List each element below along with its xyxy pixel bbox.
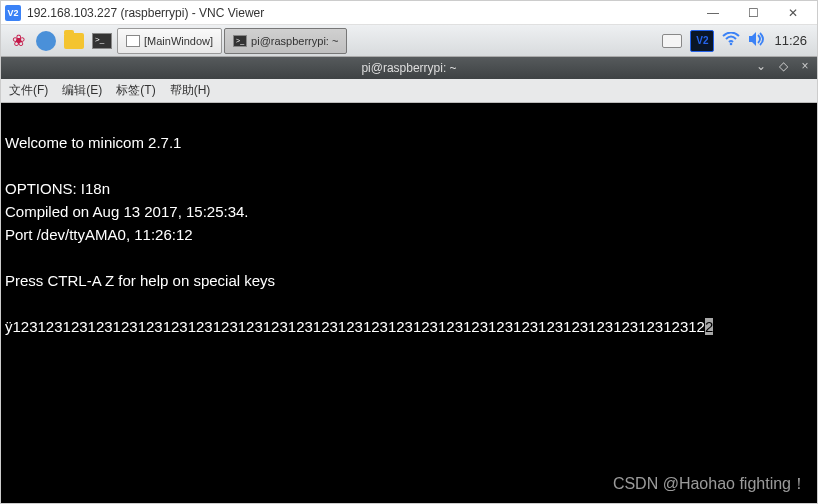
terminal-icon: >_ <box>233 35 247 47</box>
terminal-body[interactable]: Welcome to minicom 2.7.1 OPTIONS: I18n C… <box>1 103 817 503</box>
terminal-window: pi@raspberrypi: ~ ⌄ ◇ × 文件(F) 编辑(E) 标签(T… <box>1 57 817 503</box>
system-tray: V2 11:26 <box>662 30 813 52</box>
term-line: Welcome to minicom 2.7.1 <box>5 134 181 151</box>
terminal-titlebar[interactable]: pi@raspberrypi: ~ ⌄ ◇ × <box>1 57 817 79</box>
vnc-titlebar: V2 192.168.103.227 (raspberrypi) - VNC V… <box>1 1 817 25</box>
task-label: pi@raspberrypi: ~ <box>251 35 338 47</box>
menu-file[interactable]: 文件(F) <box>9 82 48 99</box>
maximize-button[interactable]: ☐ <box>733 2 773 24</box>
close-button[interactable]: ✕ <box>773 2 813 24</box>
term-line: Port /dev/ttyAMA0, 11:26:12 <box>5 226 193 243</box>
volume-icon[interactable] <box>748 31 766 51</box>
file-manager-icon[interactable] <box>61 28 87 54</box>
terminal-launcher-icon[interactable] <box>89 28 115 54</box>
browser-icon[interactable] <box>33 28 59 54</box>
term-line: Compiled on Aug 13 2017, 15:25:34. <box>5 203 249 220</box>
clock[interactable]: 11:26 <box>774 33 807 48</box>
term-close-button[interactable]: × <box>797 59 813 73</box>
pi-taskbar: ❀ [MainWindow] >_ pi@raspberrypi: ~ V2 1… <box>1 25 817 57</box>
svg-point-0 <box>730 42 733 45</box>
term-maximize-button[interactable]: ◇ <box>775 59 791 73</box>
terminal-cursor: 2 <box>705 318 713 335</box>
raspberry-menu-icon[interactable]: ❀ <box>5 28 31 54</box>
menu-tabs[interactable]: 标签(T) <box>116 82 155 99</box>
vnc-logo-icon: V2 <box>5 5 21 21</box>
term-line: Press CTRL-A Z for help on special keys <box>5 272 275 289</box>
wifi-icon[interactable] <box>722 32 740 50</box>
term-minimize-button[interactable]: ⌄ <box>753 59 769 73</box>
task-item-terminal[interactable]: >_ pi@raspberrypi: ~ <box>224 28 347 54</box>
term-line: OPTIONS: I18n <box>5 180 110 197</box>
vnc-server-tray-icon[interactable]: V2 <box>690 30 714 52</box>
vnc-window-title: 192.168.103.227 (raspberrypi) - VNC View… <box>27 6 693 20</box>
task-label: [MainWindow] <box>144 35 213 47</box>
terminal-title: pi@raspberrypi: ~ <box>361 61 456 75</box>
minimize-button[interactable]: — <box>693 2 733 24</box>
desktop-area: pi@raspberrypi: ~ ⌄ ◇ × 文件(F) 编辑(E) 标签(T… <box>1 57 817 503</box>
task-item-mainwindow[interactable]: [MainWindow] <box>117 28 222 54</box>
menu-help[interactable]: 帮助(H) <box>170 82 211 99</box>
terminal-window-controls: ⌄ ◇ × <box>753 59 813 73</box>
window-icon <box>126 35 140 47</box>
terminal-menubar: 文件(F) 编辑(E) 标签(T) 帮助(H) <box>1 79 817 103</box>
menu-edit[interactable]: 编辑(E) <box>62 82 102 99</box>
keyboard-icon[interactable] <box>662 34 682 48</box>
term-line: ÿ123123123123123123123123123123123123123… <box>5 318 705 335</box>
